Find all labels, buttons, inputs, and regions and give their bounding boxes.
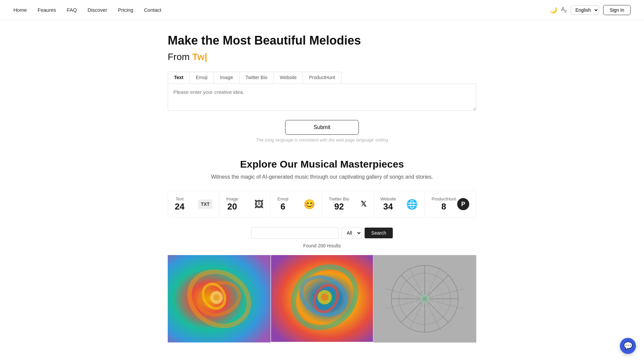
hero-section: Make the Most Beautiful Melodies From Tw… [168,34,476,62]
stat-twitter-left: Twitter Bio 92 [329,196,350,212]
search-filter-select[interactable]: All [341,227,362,239]
nav-item-features[interactable]: Feaures [38,7,56,13]
typed-text: Tw| [192,52,207,62]
submit-note: The song language is consistent with the… [256,137,388,142]
chat-bubble[interactable]: 💬 [620,338,636,354]
nav-right: 🌙 Az English Sign In [550,5,631,15]
stat-producthunt-number: 8 [432,201,456,212]
nav-item-home[interactable]: Home [13,7,27,13]
stat-image-icon: 🖼 [254,199,264,210]
svg-point-11 [321,294,328,301]
search-results-count: Found 200 results [168,243,476,248]
tab-producthunt[interactable]: ProductHunt [303,72,341,83]
tab-text[interactable]: Text [168,72,190,83]
explore-description: Witness the magic of AI-generated music … [168,174,476,180]
hero-title: Make the Most Beautiful Melodies [168,34,476,48]
search-button[interactable]: Search [365,228,393,238]
stat-image-left: Image 20 [226,196,238,212]
stat-producthunt[interactable]: ProductHunt 8 P [425,191,476,217]
nav-links: Home Feaures FAQ Discover Pricing Contac… [13,7,161,13]
submit-button[interactable]: Submit [285,120,359,135]
submit-section: Submit The song language is consistent w… [168,120,476,142]
stat-text-icon: TXT [198,199,212,209]
nav-item-pricing[interactable]: Pricing [118,7,133,13]
main-content: Make the Most Beautiful Melodies From Tw… [161,20,483,356]
nav-item-faq[interactable]: FAQ [67,7,77,13]
svg-point-5 [213,294,219,300]
search-row: All Search [168,227,476,239]
stat-producthunt-left: ProductHunt 8 [432,196,456,212]
language-selector[interactable]: English [571,5,599,15]
hero-subtitle: From Tw| [168,52,476,62]
stat-twitter-icon: 𝕏 [361,200,367,208]
gallery-item-3[interactable] [373,255,476,343]
stat-text-left: Text 24 [175,196,184,212]
svg-point-26 [423,297,427,301]
stat-emoji-icon: 😊 [304,199,315,210]
stat-emoji-left: Emoji 6 [277,196,288,212]
gallery-item-1[interactable] [168,255,271,343]
gallery-item-2[interactable] [271,255,374,343]
explore-title: Explore Our Musical Masterpieces [168,159,476,170]
from-label: From [168,52,192,62]
translate-icon[interactable]: Az [561,6,567,13]
sign-in-button[interactable]: Sign In [603,5,631,15]
stat-producthunt-icon: P [457,198,469,210]
dark-mode-toggle[interactable]: 🌙 [550,6,557,14]
input-section: Text Emoji Image Twitter Bio Website Pro… [168,72,476,112]
tab-twitter-bio[interactable]: Twitter Bio [239,72,274,83]
stat-website-label: Website [380,196,396,201]
tab-image[interactable]: Image [214,72,239,83]
stat-image-number: 20 [226,201,238,212]
nav-item-contact[interactable]: Contact [144,7,161,13]
stat-website-icon: 🌐 [406,199,418,210]
stat-emoji-label: Emoji [277,196,288,201]
stats-row: Text 24 TXT Image 20 🖼 Emoji 6 😊 [168,191,476,218]
explore-section: Explore Our Musical Masterpieces Witness… [168,159,476,343]
stat-text[interactable]: Text 24 TXT [168,191,219,217]
stat-twitter-label: Twitter Bio [329,196,350,201]
navbar: Home Feaures FAQ Discover Pricing Contac… [0,0,644,20]
stat-emoji-number: 6 [277,201,288,212]
stat-emoji[interactable]: Emoji 6 😊 [271,191,322,217]
nav-item-discover[interactable]: Discover [88,7,107,13]
stat-text-number: 24 [175,201,184,212]
stat-image[interactable]: Image 20 🖼 [219,191,271,217]
stat-twitter-number: 92 [329,201,350,212]
gallery [168,255,476,343]
stat-website[interactable]: Website 34 🌐 [374,191,425,217]
tab-emoji[interactable]: Emoji [190,72,214,83]
tab-website[interactable]: Website [273,72,303,83]
creative-idea-input[interactable] [168,84,476,111]
stat-website-left: Website 34 [380,196,396,212]
stat-producthunt-label: ProductHunt [432,196,456,201]
input-tabs: Text Emoji Image Twitter Bio Website Pro… [168,72,476,84]
search-input[interactable] [251,227,338,239]
stat-text-label: Text [175,196,184,201]
stat-twitter[interactable]: Twitter Bio 92 𝕏 [322,191,374,217]
stat-website-number: 34 [380,201,396,212]
stat-image-label: Image [226,196,238,201]
